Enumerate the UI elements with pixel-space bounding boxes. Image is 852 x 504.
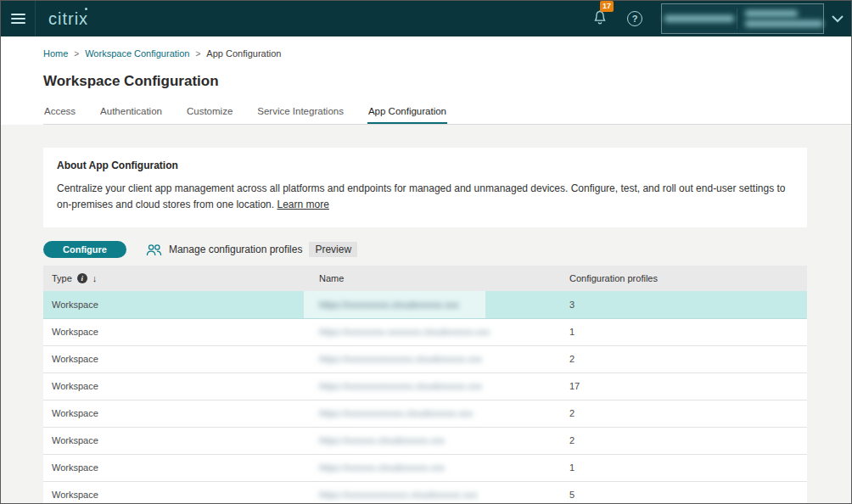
actions-row: Configure Manage configuration profiles … (43, 241, 805, 258)
breadcrumb-app-configuration: App Configuration (206, 48, 281, 59)
breadcrumb-home[interactable]: Home (43, 48, 68, 59)
column-header-configuration-profiles[interactable]: Configuration profiles (561, 266, 807, 291)
row-name-blurred: https://xxxxxxxxxxxxxx.cloudxxxxxx.xxx (319, 381, 482, 391)
tab-authentication[interactable]: Authentication (99, 103, 163, 124)
breadcrumb-separator: > (196, 49, 201, 59)
page-header-section: Home > Workspace Configuration > App Con… (1, 36, 851, 125)
row-name-blurred: https://xxxxxxxx-xxxxxxx.cloudxxxxxx.xxx (319, 327, 490, 337)
user-name-blurred (745, 10, 798, 17)
row-profiles: 17 (561, 372, 807, 400)
page-title: Workspace Configuration (43, 73, 851, 90)
row-name-blurred: https://xxxxxxxxxxxxx.cloudxxxxxx.xxx (319, 490, 477, 500)
row-name-blurred: https://xxxxxxxxxxxx.cloudxxxxxx.xxx (319, 408, 473, 418)
notification-count-badge: 17 (600, 1, 614, 12)
user-role-blurred (745, 20, 823, 27)
column-header-name[interactable]: Name (311, 266, 561, 291)
row-profiles: 3 (561, 291, 807, 318)
tab-bar: Access Authentication Customize Service … (43, 103, 852, 125)
row-type: Workspace (43, 318, 311, 345)
tab-customize[interactable]: Customize (186, 103, 233, 124)
table-header-row: Type i ↓ Name Configuration profiles (43, 266, 807, 291)
configuration-table: Type i ↓ Name Configuration profiles Wor… (43, 266, 807, 504)
about-body: Centralize your client app management ac… (57, 181, 793, 213)
citrix-logo-text: citrix (48, 9, 88, 28)
column-header-type[interactable]: Type i ↓ (43, 266, 311, 291)
column-type-label: Type (52, 273, 72, 283)
row-name-blurred: https://xxxxxxxxx.cloudxxxxxx.xxx (319, 300, 458, 310)
table-row[interactable]: Workspace https://xxxxxxxxxxxxxx.cloudxx… (43, 345, 807, 372)
help-button[interactable]: ? (627, 11, 642, 26)
table-row[interactable]: Workspace https://xxxxxx.cloudxxxxxx.xxx… (43, 427, 807, 454)
row-type: Workspace (43, 345, 311, 372)
about-heading: About App Configuration (57, 160, 793, 171)
citrix-logo: citrix (48, 9, 88, 29)
row-type: Workspace (43, 427, 311, 454)
breadcrumb-separator: > (74, 49, 79, 59)
sort-descending-icon[interactable]: ↓ (92, 273, 98, 283)
about-body-text: Centralize your client app management ac… (57, 182, 786, 210)
breadcrumb-workspace-configuration[interactable]: Workspace Configuration (85, 48, 189, 59)
table-row[interactable]: Workspace https://xxxxxxxxxxxxxx.cloudxx… (43, 372, 807, 400)
row-profiles: 1 (561, 318, 807, 345)
table-row[interactable]: Workspace https://xxxxxxxx-xxxxxxx.cloud… (43, 318, 807, 345)
help-icon: ? (632, 14, 638, 24)
row-profiles: 1 (561, 454, 807, 481)
user-menu[interactable] (661, 3, 824, 34)
learn-more-link[interactable]: Learn more (277, 199, 328, 210)
table-row[interactable]: Workspace https://xxxxxxxxxxxxx.cloudxxx… (43, 481, 807, 504)
app-header: citrix 17 ? (1, 1, 851, 36)
breadcrumb: Home > Workspace Configuration > App Con… (43, 48, 851, 59)
row-name-blurred: https://xxxxxx.cloudxxxxxx.xxx (319, 462, 445, 473)
tab-app-configuration[interactable]: App Configuration (367, 103, 447, 124)
row-type: Workspace (43, 454, 311, 481)
row-profiles: 2 (561, 400, 807, 427)
chevron-down-icon (831, 14, 844, 23)
hamburger-menu-icon[interactable] (1, 1, 35, 36)
main-content: About App Configuration Centralize your … (1, 125, 851, 504)
info-icon[interactable]: i (77, 273, 87, 283)
citrix-logo-dot (85, 8, 87, 10)
about-card: About App Configuration Centralize your … (43, 148, 807, 227)
row-type: Workspace (43, 291, 311, 318)
notifications-button[interactable]: 17 (591, 8, 608, 30)
header-divider (35, 1, 36, 36)
tab-service-integrations[interactable]: Service Integrations (256, 103, 345, 124)
table-row[interactable]: Workspace https://xxxxxx.cloudxxxxxx.xxx… (43, 454, 807, 481)
people-icon (145, 243, 163, 257)
row-name-blurred: https://xxxxxxxxxxxxxx.cloudxxxxxx.xxx (319, 354, 482, 364)
row-type: Workspace (43, 481, 311, 504)
tab-access[interactable]: Access (43, 103, 76, 124)
user-menu-expand-button[interactable] (831, 14, 844, 23)
table-row[interactable]: Workspace https://xxxxxxxxxxxx.cloudxxxx… (43, 400, 807, 427)
row-type: Workspace (43, 400, 311, 427)
row-type: Workspace (43, 372, 311, 400)
configure-button[interactable]: Configure (43, 241, 126, 258)
org-name-blurred (664, 15, 734, 22)
preview-badge: Preview (309, 242, 357, 257)
table-body: Workspace https://xxxxxxxxx.cloudxxxxxx.… (43, 291, 807, 504)
row-profiles: 5 (561, 481, 807, 504)
row-profiles: 2 (561, 427, 807, 454)
table-row[interactable]: Workspace https://xxxxxxxxx.cloudxxxxxx.… (43, 291, 807, 318)
row-name-blurred: https://xxxxxx.cloudxxxxxx.xxx (319, 435, 445, 445)
manage-configuration-profiles-link[interactable]: Manage configuration profiles (169, 244, 302, 255)
row-profiles: 2 (561, 345, 807, 372)
